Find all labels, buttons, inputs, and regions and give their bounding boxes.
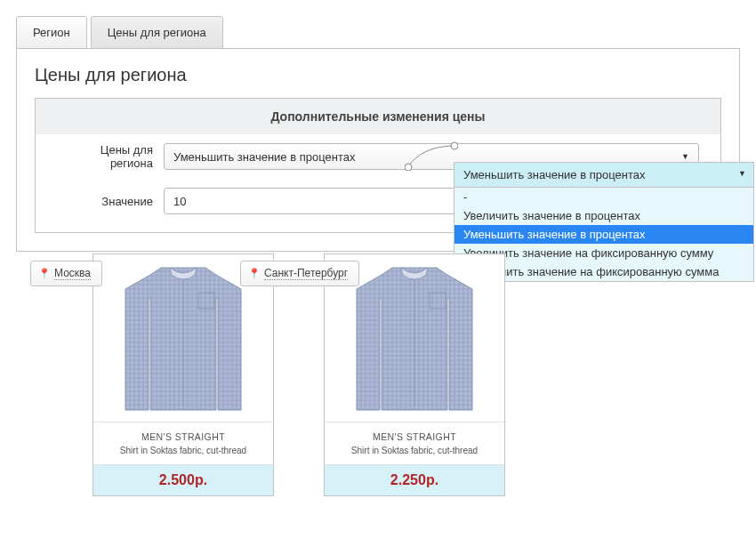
- product-2-title: MEN'S STRAIGHT: [325, 422, 504, 444]
- panel-title: Цены для региона: [17, 49, 739, 98]
- shirt-icon: [117, 262, 250, 414]
- product-1: 📍 Москва: [92, 253, 274, 496]
- region-tag-2[interactable]: 📍 Санкт-Петербург: [240, 261, 359, 286]
- region-tag-2-label: Санкт-Петербург: [264, 267, 348, 280]
- pin-icon: 📍: [38, 268, 51, 279]
- product-1-subtitle: Shirt in Soktas fabric, cut-thread: [93, 444, 273, 464]
- tab-bar: Регион Цены для региона: [16, 16, 740, 49]
- form-header: Дополнительные изменения цены: [36, 99, 720, 134]
- region-tag-1-label: Москва: [54, 267, 91, 280]
- dropdown-option-1-label: Увеличить значение в процентах: [463, 209, 640, 222]
- label-value: Значение: [57, 195, 164, 208]
- tab-prices-label: Цены для региона: [108, 26, 206, 39]
- dropdown-option-0[interactable]: -: [454, 188, 753, 206]
- products-row: 📍 Москва: [16, 253, 740, 496]
- product-card-2: MEN'S STRAIGHT Shirt in Soktas fabric, c…: [324, 253, 505, 496]
- tab-region-label: Регион: [33, 26, 70, 39]
- tab-prices[interactable]: Цены для региона: [91, 16, 223, 49]
- dropdown-option-0-label: -: [463, 190, 467, 204]
- dropdown-selected-text: Уменьшить значение в процентах: [463, 168, 645, 181]
- dropdown-option-2-label: Уменьшить значение в процентах: [463, 228, 645, 241]
- product-card-1: MEN'S STRAIGHT Shirt in Soktas fabric, c…: [92, 253, 274, 496]
- label-mode: Цены для региона: [57, 143, 164, 170]
- product-1-price: 2.500р.: [93, 464, 273, 495]
- shirt-icon: [348, 262, 481, 414]
- tab-region[interactable]: Регион: [16, 16, 87, 49]
- input-value-text: 10: [173, 195, 186, 208]
- region-tag-1[interactable]: 📍 Москва: [30, 261, 102, 286]
- dropdown-option-1[interactable]: Увеличить значение в процентах: [454, 206, 753, 225]
- product-1-title: MEN'S STRAIGHT: [93, 422, 273, 444]
- product-2: 📍 Санкт-Петербург: [324, 253, 505, 496]
- pin-icon: 📍: [248, 268, 261, 279]
- dropdown-option-2[interactable]: Уменьшить значение в процентах: [454, 225, 753, 244]
- product-2-price: 2.250р.: [325, 464, 504, 495]
- dropdown-selected[interactable]: Уменьшить значение в процентах: [454, 163, 753, 188]
- product-2-subtitle: Shirt in Soktas fabric, cut-thread: [325, 444, 504, 464]
- select-mode-value: Уменьшить значение в процентах: [173, 150, 355, 164]
